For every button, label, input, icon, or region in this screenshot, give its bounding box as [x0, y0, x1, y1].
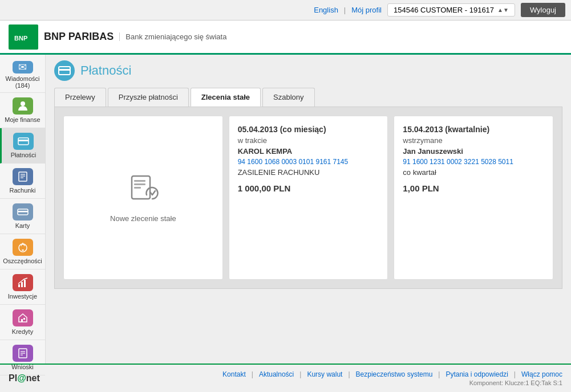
new-standing-order-card[interactable]: Nowe zlecenie stałe — [63, 116, 223, 280]
tab-przelewy[interactable]: Przelewy — [54, 88, 106, 107]
footer-right: Kontakt | Aktualności | Kursy walut | Be… — [222, 370, 562, 386]
tab-przyszle[interactable]: Przyszłe płatności — [108, 88, 189, 107]
card2-date: 15.04.2013 (kwartalnie) — [403, 125, 489, 134]
svg-rect-30 — [134, 187, 141, 189]
account-arrow-icon: ▲▼ — [497, 7, 509, 13]
bank-tagline: Bank zmieniającego się świata — [119, 32, 226, 41]
footer-link-pomoc[interactable]: Włącz pomoc — [521, 370, 562, 378]
sidebar-item-wiadomosci[interactable]: ✉ Wiadomości(184) — [0, 58, 45, 93]
card1-status: w trakcie — [238, 136, 267, 145]
footer-logo: Pl@net — [9, 373, 40, 383]
page-icon — [54, 60, 75, 81]
svg-rect-28 — [134, 180, 145, 182]
finanse-icon — [13, 97, 33, 115]
account-number: 154546 CUSTOMER - 191617 — [394, 6, 494, 14]
sidebar-label-kredyty: Kredyty — [12, 328, 33, 335]
main-layout: ✉ Wiadomości(184) Moje finanse Płatności — [0, 55, 571, 364]
profile-link[interactable]: Mój profil — [351, 6, 382, 14]
sidebar-item-karty[interactable]: Karty — [0, 199, 45, 234]
footer-link-aktualnosci[interactable]: Aktualności — [259, 370, 294, 378]
sidebar-item-wnioski[interactable]: Wnioski — [0, 340, 45, 375]
sidebar: ✉ Wiadomości(184) Moje finanse Płatności — [0, 55, 46, 364]
cards-area: Nowe zlecenie stałe 05.04.2013 (co miesi… — [54, 107, 562, 289]
page-header: Płatności — [54, 60, 562, 81]
sidebar-item-inwestycje[interactable]: Inwestycje — [0, 270, 45, 305]
main-content: Płatności Przelewy Przyszłe płatności Zl… — [46, 55, 571, 364]
footer-links: Kontakt | Aktualności | Kursy walut | Be… — [222, 370, 562, 378]
sidebar-item-finanse[interactable]: Moje finanse — [0, 93, 45, 128]
svg-rect-18 — [21, 319, 23, 322]
svg-rect-11 — [18, 211, 28, 213]
header: BNP BNP PARIBAS Bank zmieniającego się ś… — [0, 21, 571, 55]
footer-version: Komponent: Klucze:1 EQ:Tak S:1 — [469, 379, 562, 386]
karty-icon — [13, 203, 33, 220]
new-order-icon — [127, 173, 159, 210]
sidebar-label-karty: Karty — [15, 222, 30, 229]
footer-link-bezpieczenstwo[interactable]: Bezpieczeństwo systemu — [356, 370, 433, 378]
card2-amount: 1,00 PLN — [403, 183, 439, 193]
tab-zlecenia[interactable]: Zlecenia stałe — [191, 88, 261, 107]
sidebar-label-rachunki: Rachunki — [10, 187, 36, 194]
standing-order-card-1[interactable]: 05.04.2013 (co miesiąc) w trakcie KAROL … — [229, 116, 388, 280]
svg-rect-26 — [60, 72, 63, 74]
card1-name: KAROL KEMPA — [238, 147, 293, 156]
card1-amount: 1 000,00 PLN — [238, 183, 291, 193]
inwestycje-icon — [13, 274, 33, 291]
svg-rect-17 — [24, 280, 26, 287]
svg-rect-6 — [19, 172, 27, 181]
svg-rect-29 — [134, 183, 145, 185]
sidebar-label-wiadomosci: Wiadomości(184) — [6, 75, 40, 89]
card1-date: 05.04.2013 (co miesiąc) — [238, 125, 326, 134]
footer-link-kursy[interactable]: Kursy walut — [307, 370, 342, 378]
bank-logo: BNP — [9, 24, 38, 50]
sidebar-item-platnosci[interactable]: Płatności — [0, 128, 45, 164]
tab-szablony[interactable]: Szablony — [262, 88, 314, 107]
card2-account: 91 1600 1231 0002 3221 5028 5011 — [403, 158, 513, 166]
footer: Pl@net Kontakt | Aktualności | Kursy wal… — [0, 364, 571, 392]
standing-order-card-2[interactable]: 15.04.2013 (kwartalnie) wstrzymane Jan J… — [394, 116, 553, 280]
wnioski-icon — [13, 345, 33, 362]
platnosci-icon — [13, 133, 34, 150]
sidebar-label-wnioski: Wnioski — [11, 364, 34, 370]
bank-name: BNP PARIBAS — [44, 31, 114, 43]
svg-rect-14 — [22, 250, 24, 251]
new-card-label: Nowe zlecenie stałe — [110, 214, 176, 223]
sidebar-label-platnosci: Płatności — [11, 152, 37, 158]
kredyty-icon — [13, 309, 33, 326]
footer-link-pytania[interactable]: Pytania i odpowiedzi — [446, 370, 508, 378]
tabs-container: Przelewy Przyszłe płatności Zlecenia sta… — [54, 88, 562, 107]
svg-rect-25 — [59, 69, 70, 71]
account-selector[interactable]: 154546 CUSTOMER - 191617 ▲▼ — [387, 3, 515, 17]
sidebar-label-oszczednosci: Oszczędności — [3, 258, 42, 264]
rachunki-icon — [13, 168, 33, 185]
wiadomosci-icon: ✉ — [13, 61, 33, 74]
sidebar-item-rachunki[interactable]: Rachunki — [0, 164, 45, 199]
sidebar-item-kredyty[interactable]: Kredyty — [0, 305, 45, 340]
logout-button[interactable]: Wyloguj — [521, 3, 565, 17]
svg-text:BNP: BNP — [14, 35, 27, 42]
svg-rect-5 — [19, 142, 22, 144]
sidebar-item-oszczednosci[interactable]: Oszczędności — [0, 234, 45, 270]
card1-description: ZASILENIE RACHUNKU — [238, 168, 320, 177]
language-selector[interactable]: English — [314, 6, 338, 14]
svg-rect-15 — [18, 284, 20, 287]
card1-account: 94 1600 1068 0003 0101 9161 7145 — [238, 158, 349, 166]
footer-link-kontakt[interactable]: Kontakt — [222, 370, 246, 378]
svg-point-2 — [21, 101, 25, 106]
svg-rect-16 — [21, 282, 23, 287]
card2-name: Jan Januszewski — [403, 147, 463, 156]
top-bar: English | Mój profil 154546 CUSTOMER - 1… — [0, 0, 571, 21]
page-title: Płatności — [80, 63, 131, 78]
card2-status: wstrzymane — [403, 136, 442, 145]
card2-description: co kwartał — [403, 168, 436, 177]
oszczednosci-icon — [13, 239, 33, 256]
svg-rect-4 — [18, 140, 29, 141]
sidebar-label-finanse: Moje finanse — [5, 116, 40, 123]
svg-rect-19 — [23, 318, 25, 320]
sidebar-label-inwestycje: Inwestycje — [8, 293, 37, 300]
